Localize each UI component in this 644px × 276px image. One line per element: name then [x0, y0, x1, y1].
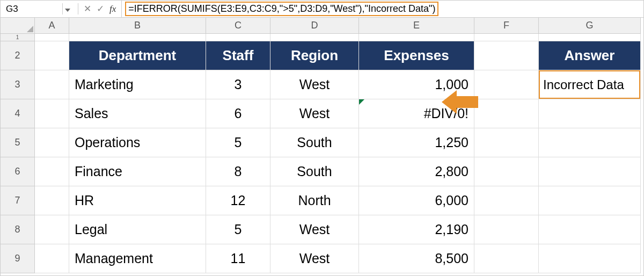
- cell-E2[interactable]: Expenses: [359, 41, 474, 70]
- confirm-icon[interactable]: ✓: [97, 3, 104, 14]
- cell-G7[interactable]: [539, 186, 641, 215]
- cell-D3[interactable]: West: [270, 70, 359, 99]
- cell-C9[interactable]: 11: [206, 244, 270, 273]
- cell-B1[interactable]: [69, 34, 206, 41]
- col-header-F[interactable]: F: [474, 18, 539, 34]
- col-header-E[interactable]: E: [359, 18, 474, 34]
- fx-icon[interactable]: fx: [109, 4, 116, 14]
- row-header-9[interactable]: 9: [1, 244, 35, 273]
- cell-E6[interactable]: 2,800: [359, 157, 474, 186]
- col-header-D[interactable]: D: [270, 18, 359, 34]
- cell-G1[interactable]: [539, 34, 641, 41]
- cell-D5[interactable]: South: [270, 128, 359, 157]
- cell-G9[interactable]: [539, 244, 641, 273]
- cell-E4[interactable]: #DIV/0!: [359, 99, 474, 128]
- cell-F2[interactable]: [474, 41, 539, 70]
- cell-A5[interactable]: [35, 128, 69, 157]
- formula-text: =IFERROR(SUMIFS(E3:E9,C3:C9,">5",D3:D9,"…: [125, 2, 438, 16]
- cell-D9[interactable]: West: [270, 244, 359, 273]
- cell-G3[interactable]: Incorrect Data: [539, 70, 641, 99]
- cell-G8[interactable]: [539, 215, 641, 244]
- cell-B6[interactable]: Finance: [69, 157, 206, 186]
- cell-A2[interactable]: [35, 41, 69, 70]
- answer-value: Incorrect Data: [539, 70, 640, 99]
- cell-A6[interactable]: [35, 157, 69, 186]
- formula-controls: ✕ ✓ fx: [78, 1, 122, 17]
- formula-input[interactable]: =IFERROR(SUMIFS(E3:E9,C3:C9,">5",D3:D9,"…: [122, 2, 643, 16]
- cell-C7[interactable]: 12: [206, 186, 270, 215]
- spreadsheet-grid: A B C D E F G 1 2 Department Staff Regio…: [1, 18, 643, 273]
- row-header-1[interactable]: 1: [1, 34, 35, 41]
- cell-A7[interactable]: [35, 186, 69, 215]
- cell-C1[interactable]: [206, 34, 270, 41]
- row-header-5[interactable]: 5: [1, 128, 35, 157]
- cell-D1[interactable]: [270, 34, 359, 41]
- cell-F7[interactable]: [474, 186, 539, 215]
- col-header-G[interactable]: G: [539, 18, 641, 34]
- cell-A8[interactable]: [35, 215, 69, 244]
- row-header-7[interactable]: 7: [1, 186, 35, 215]
- row-header-8[interactable]: 8: [1, 215, 35, 244]
- cell-E9[interactable]: 8,500: [359, 244, 474, 273]
- cell-B3[interactable]: Marketing: [69, 70, 206, 99]
- select-all-corner[interactable]: [1, 18, 35, 34]
- cell-E1[interactable]: [359, 34, 474, 41]
- cell-A4[interactable]: [35, 99, 69, 128]
- cell-C6[interactable]: 8: [206, 157, 270, 186]
- cell-C8[interactable]: 5: [206, 215, 270, 244]
- row-header-2[interactable]: 2: [1, 41, 35, 70]
- cell-B9[interactable]: Management: [69, 244, 206, 273]
- cell-F6[interactable]: [474, 157, 539, 186]
- cell-A3[interactable]: [35, 70, 69, 99]
- cell-C3[interactable]: 3: [206, 70, 270, 99]
- row-header-3[interactable]: 3: [1, 70, 35, 99]
- cell-F8[interactable]: [474, 215, 539, 244]
- cell-C2[interactable]: Staff: [206, 41, 270, 70]
- cell-D4[interactable]: West: [270, 99, 359, 128]
- row-header-4[interactable]: 4: [1, 99, 35, 128]
- cell-E7[interactable]: 6,000: [359, 186, 474, 215]
- cell-A1[interactable]: [35, 34, 69, 41]
- cell-D8[interactable]: West: [270, 215, 359, 244]
- col-header-B[interactable]: B: [69, 18, 206, 34]
- name-box[interactable]: G3: [1, 4, 62, 14]
- cell-G4[interactable]: [539, 99, 641, 128]
- cell-A9[interactable]: [35, 244, 69, 273]
- cell-D7[interactable]: North: [270, 186, 359, 215]
- cell-D6[interactable]: South: [270, 157, 359, 186]
- cell-B7[interactable]: HR: [69, 186, 206, 215]
- cell-G2[interactable]: Answer: [539, 41, 641, 70]
- formula-bar: G3 ✕ ✓ fx =IFERROR(SUMIFS(E3:E9,C3:C9,">…: [1, 1, 643, 18]
- cell-B5[interactable]: Operations: [69, 128, 206, 157]
- cell-F5[interactable]: [474, 128, 539, 157]
- cell-C4[interactable]: 6: [206, 99, 270, 128]
- cell-G6[interactable]: [539, 157, 641, 186]
- col-header-C[interactable]: C: [206, 18, 270, 34]
- cell-G5[interactable]: [539, 128, 641, 157]
- cell-B8[interactable]: Legal: [69, 215, 206, 244]
- cell-D2[interactable]: Region: [270, 41, 359, 70]
- cell-F3[interactable]: [474, 70, 539, 99]
- cell-B4[interactable]: Sales: [69, 99, 206, 128]
- cell-E8[interactable]: 2,190: [359, 215, 474, 244]
- cell-C5[interactable]: 5: [206, 128, 270, 157]
- cell-E3[interactable]: 1,000: [359, 70, 474, 99]
- row-header-6[interactable]: 6: [1, 157, 35, 186]
- name-box-dropdown-icon[interactable]: [62, 3, 78, 14]
- cell-B2[interactable]: Department: [69, 41, 206, 70]
- cell-F1[interactable]: [474, 34, 539, 41]
- cell-F4[interactable]: [474, 99, 539, 128]
- cell-E5[interactable]: 1,250: [359, 128, 474, 157]
- col-header-A[interactable]: A: [35, 18, 69, 34]
- cell-F9[interactable]: [474, 244, 539, 273]
- cancel-icon[interactable]: ✕: [84, 3, 91, 14]
